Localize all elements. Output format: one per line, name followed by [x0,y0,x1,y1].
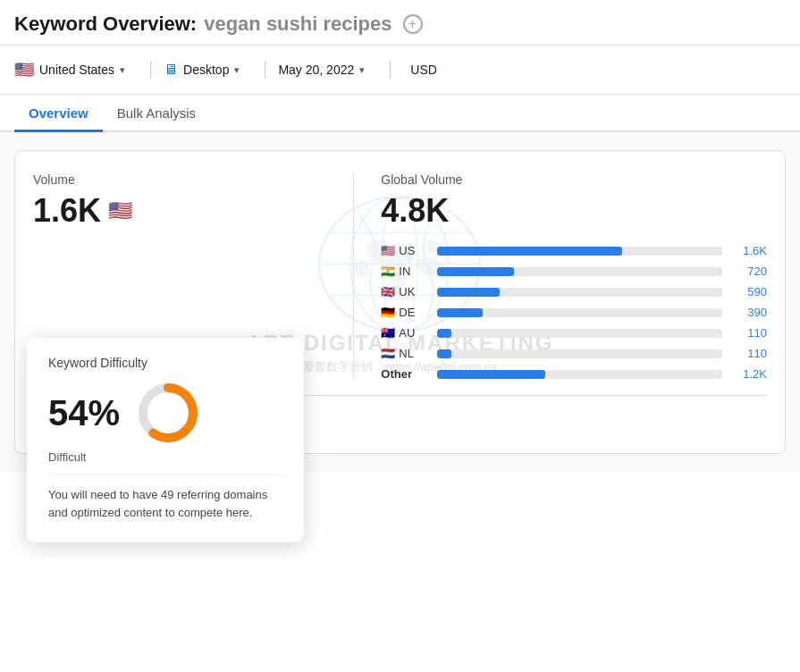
country-flag-icon: 🇦🇺 [381,326,395,340]
bar-fill [437,349,451,358]
country-count: 720 [729,265,767,278]
filters-bar: 🇺🇸 United States ▾ 🖥 Desktop ▾ May 20, 2… [0,46,800,95]
country-flag-code: 🇮🇳IN [381,265,430,278]
country-row: 🇬🇧UK590 [381,285,767,298]
country-count: 110 [729,326,767,340]
country-filter[interactable]: 🇺🇸 United States ▾ [14,55,138,85]
country-flag-icon: 🇺🇸 [14,60,34,80]
global-volume-value: 4.8K [381,192,767,230]
bar-track [437,247,722,256]
bar-fill [437,288,500,297]
country-flag-code: 🇩🇪DE [381,306,430,319]
volume-label: Volume [33,172,308,187]
kd-percent: 54% [48,393,120,433]
country-code: US [399,244,415,257]
device-chevron-icon: ▾ [234,64,240,76]
global-section: Global Volume 4.8K 🇺🇸US1.6K🇮🇳IN720🇬🇧UK59… [372,172,767,381]
date-filter-label: May 20, 2022 [278,63,354,77]
tabs-bar: Overview Bulk Analysis [0,95,800,132]
country-rows: 🇺🇸US1.6K🇮🇳IN720🇬🇧UK590🇩🇪DE390🇦🇺AU110🇳🇱NL… [381,244,767,381]
date-chevron-icon: ▾ [359,64,365,76]
country-count: 1.2K [729,367,767,381]
country-count: 590 [729,285,767,298]
filter-divider-3 [390,61,391,79]
country-code: DE [399,306,415,319]
currency-label: USD [410,63,437,77]
keyword-overview-label: Keyword Overview: [14,13,197,36]
country-flag-icon: 🇳🇱 [381,347,395,360]
country-row: 🇺🇸US1.6K [381,244,767,257]
volume-value: 1.6K 🇺🇸 [33,192,308,230]
bar-track [437,267,722,276]
country-flag-code: 🇳🇱NL [381,347,430,360]
country-code: IN [399,265,410,278]
country-code: AU [399,326,415,340]
global-volume-label: Global Volume [381,172,767,187]
country-flag-icon: 🇩🇪 [381,306,395,319]
bar-track [437,370,722,379]
bar-fill [437,247,622,256]
country-count: 390 [729,306,767,319]
country-flag-code: 🇺🇸US [381,244,430,257]
stats-vertical-divider [353,172,354,381]
tab-overview[interactable]: Overview [14,95,103,132]
filter-divider-2 [265,61,265,79]
bar-fill [437,370,545,379]
page-header: Keyword Overview: vegan sushi recipes + [0,0,800,46]
country-filter-label: United States [39,63,114,77]
country-chevron-icon: ▾ [120,64,125,76]
bar-track [437,288,722,297]
device-filter[interactable]: 🖥 Desktop ▾ [164,56,252,83]
country-code: Other [381,367,412,381]
date-filter[interactable]: May 20, 2022 ▾ [278,57,377,82]
add-keyword-button[interactable]: + [403,14,423,34]
bar-fill [437,329,451,338]
country-flag-code: 🇬🇧UK [381,285,430,298]
country-row: 🇳🇱NL110 [381,347,767,360]
keyword-query-title: vegan sushi recipes [204,13,392,36]
kd-donut-chart [136,381,200,445]
kd-title: Keyword Difficulty [48,356,282,370]
country-flag-icon: 🇮🇳 [381,265,395,278]
country-row: 🇦🇺AU110 [381,326,767,340]
country-row: 🇮🇳IN720 [381,265,767,278]
country-count: 110 [729,347,767,360]
tab-bulk-analysis[interactable]: Bulk Analysis [103,95,210,132]
country-flag-code: 🇦🇺AU [381,326,430,340]
kd-main: 54% [48,381,282,445]
country-code: NL [399,347,414,360]
country-row: Other1.2K [381,367,767,381]
country-count: 1.6K [729,244,767,257]
content-area: APE DIGITAL MARKETING 爱普数字营销 https://ape… [0,132,800,472]
bar-track [437,349,722,358]
volume-flag-icon: 🇺🇸 [108,199,132,223]
country-flag-icon: 🇺🇸 [381,244,395,257]
bar-track [437,308,722,317]
country-flag-code: Other [381,367,430,381]
bar-fill [437,308,483,317]
country-flag-icon: 🇬🇧 [381,285,395,298]
device-filter-label: Desktop [183,63,229,77]
bar-track [437,329,722,338]
country-row: 🇩🇪DE390 [381,306,767,319]
kd-difficulty-label: Difficult [48,450,282,464]
kd-description-text: You will need to have 49 referring domai… [48,475,282,521]
bar-fill [437,267,514,276]
filter-divider-1 [150,61,151,79]
desktop-icon: 🖥 [164,62,178,78]
keyword-difficulty-card: Keyword Difficulty 54% Difficult You wil… [27,338,304,542]
country-code: UK [399,285,415,298]
